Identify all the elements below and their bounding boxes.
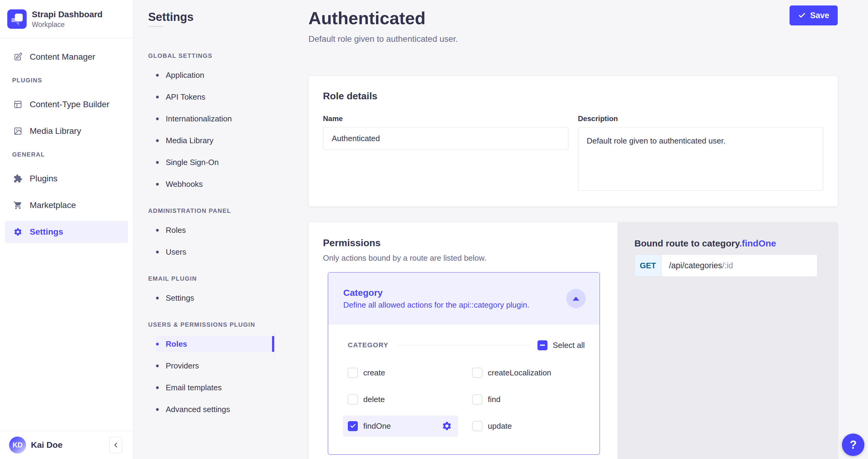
bound-route-title-action: .findOne (739, 238, 776, 248)
bullet-icon (156, 297, 159, 299)
help-button[interactable]: ? (842, 433, 864, 456)
subnav-item-label: Single Sign-On (166, 158, 219, 167)
subnav-item-label: Providers (166, 361, 199, 370)
sidebar-item-media-library[interactable]: Media Library (0, 120, 133, 142)
bullet-icon (156, 343, 159, 346)
sidebar-item-label: Settings (30, 227, 63, 237)
category-accordion-description: Define all allowed actions for the api::… (343, 300, 529, 310)
permission-action-create[interactable]: create (343, 362, 458, 383)
permission-action-label: find (488, 395, 500, 404)
sidebar-item-settings[interactable]: Settings (5, 221, 128, 243)
name-field-group: Name (323, 114, 568, 150)
subnav-item-internationalization[interactable]: Internationalization (133, 108, 274, 130)
checkbox-checked[interactable] (348, 421, 358, 431)
name-label: Name (323, 114, 568, 123)
user-name[interactable]: Kai Doe (31, 440, 104, 450)
subnav-item-up-roles[interactable]: Roles (133, 333, 274, 355)
brand-text: Strapi Dashboard Workplace (32, 9, 102, 29)
bound-route-title: Bound route to category.findOne (634, 237, 821, 250)
subnav-item-label: Webhooks (166, 179, 203, 189)
permissions-subtitle: Only actions bound by a route are listed… (323, 254, 603, 263)
permission-action-delete[interactable]: delete (343, 389, 458, 410)
description-textarea[interactable]: Default role given to authenticated user… (578, 127, 824, 191)
subnav-item-admin-roles[interactable]: Roles (133, 219, 274, 241)
subnav-item-up-email-templates[interactable]: Email templates (133, 376, 274, 398)
picture-icon (13, 127, 23, 136)
category-accordion: Category Define all allowed actions for … (328, 272, 600, 455)
checkbox-unchecked[interactable] (472, 368, 482, 378)
name-input[interactable] (323, 127, 568, 150)
sidebar-nav: Content Manager PLUGINS Content-Type Bui… (0, 38, 133, 431)
route-bar: GET /api/categories/:id (634, 254, 817, 277)
subnav-item-up-advanced-settings[interactable]: Advanced settings (133, 398, 274, 420)
subnav-item-single-sign-on[interactable]: Single Sign-On (133, 152, 274, 173)
save-button[interactable]: Save (789, 5, 838, 26)
subnav-item-label: Application (166, 70, 204, 80)
bound-route-title-prefix: Bound route to category (634, 238, 739, 248)
subnav-section-global-settings: GLOBAL SETTINGS (133, 53, 274, 60)
cart-icon (13, 201, 23, 210)
permission-action-label: update (488, 422, 512, 431)
permission-action-findone[interactable]: findOne (343, 416, 458, 436)
bullet-icon (156, 161, 159, 164)
accordion-collapse-button[interactable] (566, 289, 586, 308)
subnav-item-label: Roles (166, 226, 186, 235)
subnav-item-admin-users[interactable]: Users (133, 241, 274, 263)
puzzle-icon (13, 174, 23, 183)
permission-action-update[interactable]: update (467, 416, 583, 436)
checkbox-unchecked[interactable] (348, 368, 358, 378)
bullet-icon (156, 386, 159, 389)
subnav-item-email-settings[interactable]: Settings (133, 287, 274, 309)
subnav-section-email-plugin: EMAIL PLUGIN (133, 275, 274, 283)
checkbox-unchecked[interactable] (472, 394, 482, 404)
select-all-control[interactable]: Select all (537, 340, 585, 350)
settings-subnav: Settings GLOBAL SETTINGS Application API… (133, 0, 275, 459)
category-accordion-header[interactable]: Category Define all allowed actions for … (328, 272, 599, 325)
sidebar-item-plugins[interactable]: Plugins (0, 168, 133, 190)
page-header: Authenticated Save (308, 8, 838, 28)
sidebar-item-label: Plugins (30, 174, 58, 184)
sidebar-footer: KD Kai Doe (0, 431, 133, 459)
permission-action-createlocalization[interactable]: createLocalization (467, 362, 583, 383)
bound-route-panel: Bound route to category.findOne GET /api… (617, 222, 838, 459)
select-all-checkbox[interactable] (537, 340, 548, 350)
collapse-sidebar-button[interactable] (110, 437, 122, 453)
subnav-item-label: Internationalization (166, 114, 232, 124)
workspace-brand[interactable]: Strapi Dashboard Workplace (0, 0, 133, 38)
permission-action-label: createLocalization (488, 368, 551, 378)
permission-actions-grid: create createLocalization delete (343, 362, 585, 436)
bullet-icon (156, 229, 159, 232)
sidebar-item-content-type-builder[interactable]: Content-Type Builder (0, 94, 133, 116)
checkbox-unchecked[interactable] (348, 394, 358, 404)
avatar[interactable]: KD (9, 436, 26, 454)
layout-grid-icon (13, 100, 23, 109)
subnav-item-label: Users (166, 248, 186, 257)
checkbox-unchecked[interactable] (472, 421, 482, 431)
sidebar-item-marketplace[interactable]: Marketplace (0, 194, 133, 216)
sidebar-item-label: Content-Type Builder (30, 100, 110, 109)
category-group-label: CATEGORY (348, 341, 389, 349)
permission-action-find[interactable]: find (467, 389, 583, 410)
workspace-title: Strapi Dashboard (32, 9, 102, 20)
subnav-title: Settings (133, 10, 274, 24)
bullet-icon (156, 364, 159, 367)
subnav-item-label: API Tokens (166, 92, 206, 102)
http-method-badge: GET (635, 255, 661, 276)
subnav-item-media-library[interactable]: Media Library (133, 130, 274, 152)
bullet-icon (156, 96, 159, 98)
bullet-icon (156, 408, 159, 411)
subnav-item-label: Email templates (166, 383, 222, 392)
gear-icon (13, 227, 23, 236)
subnav-item-webhooks[interactable]: Webhooks (133, 173, 274, 195)
sidebar-item-label: Marketplace (30, 200, 76, 210)
subnav-item-up-providers[interactable]: Providers (133, 355, 274, 376)
subnav-item-api-tokens[interactable]: API Tokens (133, 86, 274, 108)
check-icon (350, 423, 356, 429)
subnav-item-label: Advanced settings (166, 405, 230, 414)
subnav-list-global: Application API Tokens Internationalizat… (133, 64, 274, 195)
gear-icon (442, 421, 452, 431)
action-settings-button[interactable] (442, 421, 452, 431)
subnav-section-administration-panel: ADMINISTRATION PANEL (133, 207, 274, 215)
subnav-item-application[interactable]: Application (133, 64, 274, 86)
sidebar-item-content-manager[interactable]: Content Manager (0, 46, 133, 68)
